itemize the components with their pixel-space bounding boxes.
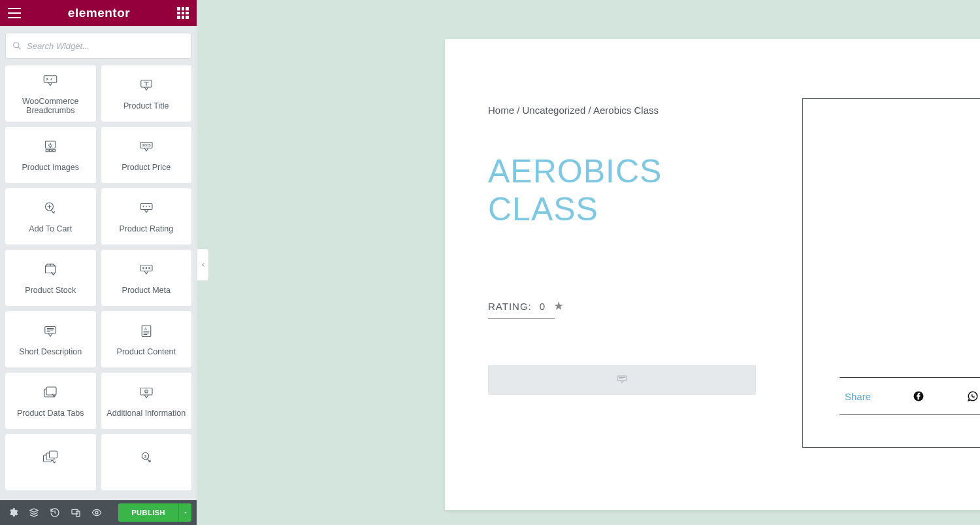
apps-icon[interactable] — [177, 7, 189, 19]
rating-row: RATING: 0 ★ — [488, 299, 760, 313]
preview-canvas: Home / Uncategorized / Aerobics Class AE… — [197, 0, 980, 525]
svg-point-16 — [149, 267, 150, 269]
widget-label: Short Description — [19, 348, 82, 357]
settings-icon[interactable] — [3, 500, 24, 525]
widget-product-stock[interactable]: Product Stock — [5, 250, 96, 306]
svg-point-15 — [146, 267, 147, 269]
rating-label: RATING: — [488, 301, 532, 312]
widget-label: Product Rating — [119, 225, 173, 234]
widget-additional-information[interactable]: i Additional Information — [101, 373, 192, 429]
search-input[interactable] — [27, 41, 184, 51]
svg-text:i: i — [146, 390, 146, 393]
svg-text:$: $ — [144, 454, 147, 458]
svg-rect-6 — [46, 150, 49, 152]
addinfo-icon: i — [137, 383, 156, 403]
widget-label: Product Images — [22, 163, 79, 173]
breadcrumb-current: Aerobics Class — [593, 105, 659, 116]
title-icon — [137, 76, 156, 95]
preview-icon[interactable] — [86, 500, 107, 525]
svg-point-5 — [50, 144, 52, 145]
widget-label: Add To Cart — [29, 225, 72, 234]
empty-widget-placeholder[interactable] — [488, 365, 756, 395]
svg-text:A: A — [144, 327, 147, 331]
widget-short-description[interactable]: Short Description — [5, 311, 96, 367]
svg-line-1 — [18, 47, 21, 50]
widget-product-price[interactable]: 360$ Product Price — [101, 127, 192, 183]
widget-label: Product Title — [123, 102, 169, 111]
widget-product-data-tabs[interactable]: Product Data Tabs — [5, 373, 96, 429]
share-row: Share — [840, 377, 980, 415]
widget-product-content[interactable]: A Product Content — [101, 311, 192, 367]
navigator-icon[interactable] — [24, 500, 44, 525]
publish-options-caret[interactable] — [178, 503, 191, 522]
widget-related-products[interactable] — [5, 434, 96, 490]
related-icon — [41, 449, 60, 469]
widget-label: Product Stock — [25, 286, 76, 296]
responsive-icon[interactable] — [65, 500, 86, 525]
share-label: Share — [845, 391, 871, 402]
widget-woocommerce-breadcrumbs[interactable]: WooCommerce Breadcrumbs — [5, 65, 96, 122]
rating-icon — [137, 199, 156, 218]
images-icon — [41, 137, 60, 157]
svg-rect-27 — [46, 387, 56, 395]
breadcrumb: Home / Uncategorized / Aerobics Class — [488, 105, 760, 116]
upsell-icon: $ — [137, 449, 156, 469]
search-box[interactable] — [5, 33, 191, 59]
search-wrap — [0, 26, 197, 65]
brand-logo: elementor — [68, 6, 130, 20]
stock-icon — [41, 260, 60, 280]
widget-label: Additional Information — [106, 409, 186, 418]
product-image-card: Share — [802, 98, 980, 448]
svg-point-38 — [95, 511, 98, 514]
left-column: Home / Uncategorized / Aerobics Class AE… — [488, 105, 760, 395]
star-icon: ★ — [553, 299, 564, 313]
product-title: AEROBICS CLASS — [488, 152, 760, 228]
widget-product-rating[interactable]: Product Rating — [101, 188, 192, 245]
whatsapp-icon[interactable] — [967, 390, 979, 402]
menu-icon[interactable] — [8, 8, 21, 18]
datatabs-icon — [41, 383, 60, 403]
svg-point-14 — [143, 267, 144, 269]
widget-product-title[interactable]: Product Title — [101, 65, 192, 122]
elementor-panel: elementor WooCommerce Breadcrumbs Produc… — [0, 0, 197, 525]
content-icon: A — [137, 322, 156, 341]
price-icon: 360$ — [137, 137, 156, 157]
search-icon — [12, 41, 22, 50]
facebook-icon[interactable] — [913, 390, 924, 402]
svg-text:360$: 360$ — [142, 143, 151, 147]
widget-label: Product Price — [122, 163, 171, 173]
breadcrumb-home[interactable]: Home — [488, 105, 514, 116]
widget-label: Product Content — [117, 348, 176, 357]
widget-label: WooCommerce Breadcrumbs — [8, 97, 93, 116]
widget-label: Product Meta — [122, 286, 171, 296]
panel-header: elementor — [0, 0, 197, 26]
shortdesc-icon — [41, 322, 60, 341]
page-card: Home / Uncategorized / Aerobics Class AE… — [445, 39, 980, 510]
addcart-icon — [41, 199, 60, 218]
widget-label: Product Data Tabs — [17, 409, 84, 418]
placeholder-icon — [614, 372, 630, 388]
svg-rect-39 — [617, 376, 627, 381]
breadcrumb-category[interactable]: Uncategorized — [523, 105, 586, 116]
svg-rect-33 — [50, 451, 57, 458]
panel-collapse-tab[interactable] — [197, 248, 209, 281]
widgets-grid: WooCommerce Breadcrumbs Product Title Pr… — [0, 65, 197, 500]
svg-point-0 — [14, 42, 19, 48]
widget-product-images[interactable]: Product Images — [5, 127, 96, 183]
svg-rect-7 — [50, 150, 52, 152]
widget-product-meta[interactable]: Product Meta — [101, 250, 192, 306]
svg-rect-8 — [53, 150, 56, 152]
rating-underline — [488, 318, 555, 319]
panel-footer: Publish — [0, 500, 197, 525]
breadcrumbs-icon — [41, 71, 60, 91]
svg-rect-2 — [44, 76, 57, 83]
widget-add-to-cart[interactable]: Add To Cart — [5, 188, 96, 245]
widget-upsell[interactable]: $ — [101, 434, 192, 490]
meta-icon — [137, 260, 156, 280]
publish-button[interactable]: Publish — [118, 503, 178, 522]
history-icon[interactable] — [44, 500, 65, 525]
rating-value: 0 — [540, 301, 546, 312]
